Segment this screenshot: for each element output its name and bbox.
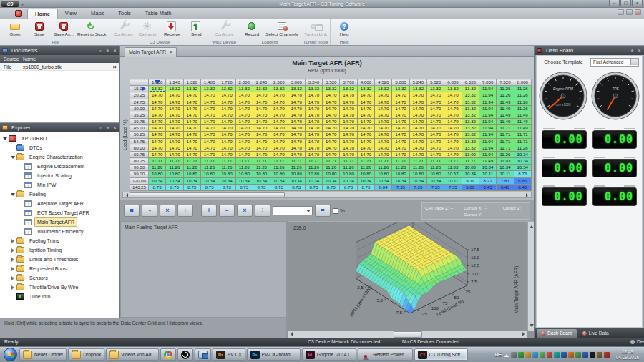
grid-cell[interactable]: 10.80	[183, 171, 200, 177]
grid-cell[interactable]: 11.94	[479, 119, 496, 125]
grid-cell[interactable]: 14.70	[253, 99, 270, 105]
ribbon-tab-home[interactable]: Home	[27, 9, 58, 19]
grid-cell[interactable]: 14.70	[357, 105, 374, 112]
grid-cell[interactable]: 14.70	[444, 105, 462, 112]
chevron-right-icon[interactable]	[10, 248, 16, 253]
grid-cell[interactable]: 13.32	[392, 86, 409, 92]
rpm-column-header[interactable]: 3.240	[305, 79, 322, 86]
grid-cell[interactable]: 14.70	[427, 151, 444, 157]
grid-cell[interactable]: 14.70	[427, 145, 444, 151]
grid-cell[interactable]: 8.73	[183, 184, 200, 190]
grid-cell[interactable]: 10.34	[166, 177, 183, 184]
grid-cell[interactable]: 11.26	[514, 86, 531, 92]
close-panel-icon[interactable]: ×	[637, 48, 642, 53]
grid-cell[interactable]: 10.80	[253, 171, 270, 177]
grid-cell[interactable]: 13.32	[166, 86, 183, 92]
grid-cell[interactable]: 11.71	[497, 145, 514, 151]
grid-cell[interactable]: 14.70	[149, 105, 166, 112]
grid-cell[interactable]: 13.32	[462, 145, 479, 151]
rpm-column-header[interactable]: 2.240	[253, 79, 270, 86]
grid-cell[interactable]: 9.19	[462, 177, 479, 184]
grid-cell[interactable]: 14.70	[235, 92, 253, 99]
grid-cell[interactable]: 13.32	[462, 105, 479, 112]
load-row-header[interactable]: 54.75	[130, 138, 149, 145]
rpm-column-header[interactable]: 1.480	[200, 79, 218, 86]
grid-cell[interactable]: 10.34	[305, 177, 322, 184]
grid-cell[interactable]: 11.26	[200, 165, 218, 171]
scroll-right-icon[interactable]	[526, 193, 530, 197]
grid-cell[interactable]: 10.11	[444, 177, 462, 184]
grid-cell[interactable]: 14.70	[270, 145, 288, 151]
grid-cell[interactable]: 10.34	[514, 158, 531, 165]
tab-main-target-afr[interactable]: Main Target AFR ×	[125, 47, 177, 57]
rpm-column-header[interactable]: 6.000	[444, 79, 462, 86]
tray-icon[interactable]	[511, 352, 517, 358]
chevron-down-icon[interactable]	[10, 155, 16, 160]
grid-cell[interactable]: 11.26	[375, 165, 392, 171]
tree-item-engine-displacement[interactable]: Engine Displacement	[0, 162, 119, 171]
grid-cell[interactable]: 14.70	[305, 125, 322, 132]
grid-cell[interactable]: 14.70	[392, 99, 409, 105]
tree-item-fueling-trims[interactable]: Fueling Trims	[0, 236, 119, 245]
grid-cell[interactable]: 14.70	[166, 138, 183, 145]
grid-cell[interactable]: 8.73	[514, 171, 531, 177]
grid-cell[interactable]: 14.70	[183, 151, 200, 157]
grid-cell[interactable]: 14.70	[323, 92, 340, 99]
grid-cell[interactable]: 14.70	[149, 132, 166, 138]
grid-cell[interactable]: 6.66	[514, 177, 531, 184]
grid-cell[interactable]: 14.70	[444, 92, 462, 99]
grid-cell[interactable]: 14.70	[270, 151, 288, 157]
rpm-column-header[interactable]: 3.760	[340, 79, 357, 86]
grid-cell[interactable]: 14.70	[392, 145, 409, 151]
scrollbar-thumb[interactable]	[130, 192, 285, 197]
column-name[interactable]: Name	[23, 55, 36, 63]
load-row-header[interactable]: 120.00	[130, 177, 149, 184]
grid-cell[interactable]: 11.26	[497, 86, 514, 92]
grid-cell[interactable]: 6.43	[497, 184, 514, 190]
grid-cell[interactable]: 14.70	[235, 132, 253, 138]
grid-cell[interactable]: 14.70	[149, 151, 166, 157]
select-channels-button[interactable]: Select Channels	[264, 20, 299, 39]
grid-cell[interactable]: 14.70	[166, 105, 183, 112]
grid-cell[interactable]: 14.70	[200, 151, 218, 157]
grid-cell[interactable]: 14.70	[375, 132, 392, 138]
grid-cell[interactable]: 14.70	[270, 138, 288, 145]
grid-cell[interactable]: 14.70	[444, 138, 462, 145]
grid-cell[interactable]: 11.26	[497, 151, 514, 157]
tray-icon[interactable]	[597, 352, 602, 358]
grid-cell[interactable]: 14.70	[427, 125, 444, 132]
grid-cell[interactable]: 11.26	[514, 105, 531, 112]
grid-cell[interactable]: 14.70	[235, 138, 253, 145]
close-panel-icon[interactable]: ×	[112, 125, 117, 130]
percent-toggle[interactable]: %	[333, 207, 345, 214]
grid-cell[interactable]: 14.70	[340, 105, 357, 112]
grid-cell[interactable]: 13.32	[462, 92, 479, 99]
explorer-panel-header[interactable]: Explorer ▫⌖×	[0, 123, 119, 132]
rpm-column-header[interactable]: 4.000	[357, 79, 374, 86]
grid-cell[interactable]: 11.26	[253, 165, 270, 171]
grid-cell[interactable]: 10.34	[323, 177, 340, 184]
grid-cell[interactable]: 14.70	[357, 119, 374, 125]
grid-cell[interactable]: 11.94	[479, 145, 496, 151]
grid-cell[interactable]: 14.70	[183, 145, 200, 151]
rpm-column-header[interactable]: 7.000	[479, 79, 496, 86]
grid-cell[interactable]: 11.71	[270, 158, 288, 165]
grid-cell[interactable]: 10.11	[497, 171, 514, 177]
reset-to-stock-button[interactable]: Reset to Stock	[76, 20, 107, 39]
grid-cell[interactable]: 14.70	[235, 99, 253, 105]
grid-cell[interactable]: 10.34	[357, 177, 374, 184]
grid-cell[interactable]: 14.70	[323, 145, 340, 151]
grid-cell[interactable]: 14.70	[218, 105, 235, 112]
load-row-header[interactable]: 35.25	[130, 112, 149, 118]
chevron-right-icon[interactable]	[10, 285, 16, 290]
load-row-header[interactable]: 140.25	[130, 184, 149, 190]
pin-icon[interactable]: ⌖	[630, 48, 635, 53]
grid-cell[interactable]: 11.26	[514, 99, 531, 105]
grid-cell[interactable]: 14.70	[270, 99, 288, 105]
divide-button[interactable]: ÷	[255, 205, 270, 217]
grid-cell[interactable]: 10.80	[357, 171, 374, 177]
tree-item-dtcs[interactable]: DTCs	[0, 143, 119, 152]
grid-cell[interactable]: 11.26	[288, 165, 305, 171]
scroll-right-icon[interactable]	[522, 332, 527, 336]
grid-cell[interactable]: 14.70	[305, 132, 322, 138]
